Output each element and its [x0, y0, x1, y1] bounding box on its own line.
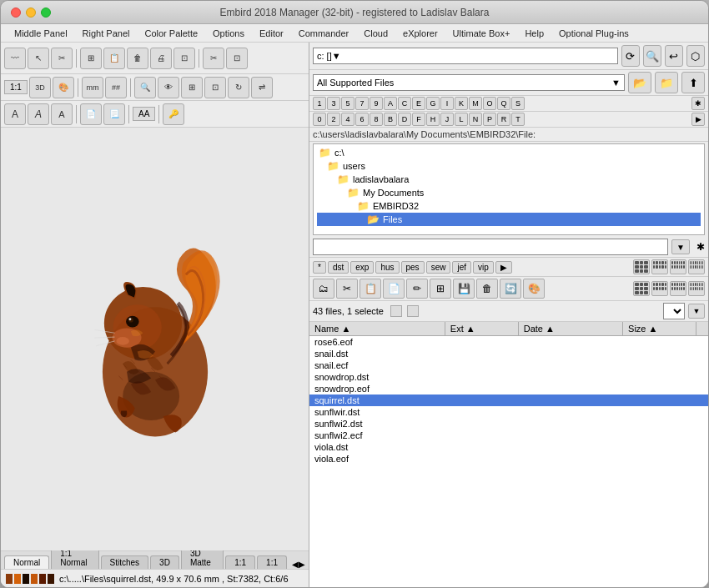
menu-help[interactable]: Help — [518, 27, 551, 40]
act-paste[interactable]: 📄 — [383, 279, 405, 299]
folder-mydocs[interactable]: 📁My Documents — [317, 186, 701, 199]
tab-1-1[interactable]: 1:1 — [225, 555, 255, 569]
close-button[interactable] — [11, 8, 21, 18]
right-grid-4[interactable] — [688, 281, 705, 296]
move-btn[interactable]: ⊡ — [226, 48, 248, 69]
col-header-size[interactable]: Size ▲ — [623, 322, 696, 335]
next-arrow[interactable]: ▶ — [299, 560, 305, 569]
alpha-T[interactable]: T — [511, 113, 525, 126]
alpha-N[interactable]: N — [469, 113, 482, 126]
search-input[interactable] — [313, 239, 668, 255]
alpha-star[interactable]: ✱ — [691, 97, 705, 110]
export-btn[interactable]: ⊡ — [173, 48, 195, 69]
file-row-squirrel[interactable]: squirrel.dst — [309, 395, 708, 406]
act-folder[interactable]: 🗂 — [313, 279, 334, 299]
alpha-E[interactable]: E — [412, 97, 425, 110]
text2-btn[interactable]: A — [28, 103, 49, 125]
folder-files[interactable]: 📂Files — [317, 213, 701, 226]
zoom-btn[interactable]: 🔍 — [134, 77, 156, 98]
file-row-snail-dst[interactable]: snail.dst — [309, 348, 708, 359]
folder-tree[interactable]: 📁c:\ 📁users 📁ladislavbalara 📁My Document… — [313, 143, 705, 235]
paste-btn[interactable]: 📋 — [103, 48, 125, 69]
filter-dropdown[interactable]: All Supported Files ▼ — [313, 74, 625, 91]
alpha-I[interactable]: I — [440, 97, 454, 110]
zoom-in-btn[interactable]: 🔍 — [643, 45, 661, 67]
doc-btn[interactable]: 📄 — [80, 103, 102, 125]
doc2-btn[interactable]: 📃 — [103, 103, 125, 125]
maximize-button[interactable] — [41, 8, 51, 18]
file-list[interactable]: rose6.eof snail.dst snail.ecf snowdrop.d… — [309, 336, 708, 587]
menu-explorer[interactable]: eXplorer — [396, 27, 445, 40]
file-row-snowdrop-dst[interactable]: snowdrop.dst — [309, 371, 708, 383]
search-btn[interactable]: ▼ — [671, 239, 690, 254]
alpha-9[interactable]: 9 — [370, 97, 383, 110]
folder-up-btn[interactable]: ⬆ — [681, 72, 705, 93]
folder-users[interactable]: 📁users — [317, 159, 701, 173]
alpha-J[interactable]: J — [440, 113, 454, 126]
tab-normal[interactable]: Normal — [4, 555, 49, 569]
alpha-C[interactable]: C — [398, 97, 411, 110]
ft-jef[interactable]: jef — [452, 261, 471, 274]
act-convert[interactable]: 🔄 — [500, 279, 521, 299]
rotate-btn[interactable]: ↻ — [228, 77, 249, 98]
address-bar[interactable]: c: [] ▼ — [313, 48, 618, 64]
alpha-1[interactable]: 1 — [313, 97, 326, 110]
3d-btn[interactable]: 3D — [29, 77, 51, 98]
act-color[interactable]: 🎨 — [523, 279, 545, 299]
alpha-K[interactable]: K — [455, 97, 468, 110]
ft-exp[interactable]: exp — [350, 261, 374, 274]
menu-plugins[interactable]: Optional Plug-ins — [552, 27, 636, 40]
cut-btn[interactable]: ✂ — [203, 48, 224, 69]
alpha-6[interactable]: 6 — [355, 113, 369, 126]
alpha-S[interactable]: S — [511, 97, 525, 110]
alpha-H[interactable]: H — [426, 113, 440, 126]
ft-sew[interactable]: sew — [426, 261, 451, 274]
scale-1-1-btn[interactable]: 1:1 — [4, 80, 28, 94]
grid-view-1[interactable] — [633, 259, 650, 274]
alpha-G[interactable]: G — [426, 97, 440, 110]
checkbox1[interactable] — [390, 305, 402, 317]
grid-view-4[interactable] — [688, 259, 705, 274]
menu-middle-panel[interactable]: Middle Panel — [8, 27, 74, 40]
alpha-L[interactable]: L — [455, 113, 468, 126]
mm-btn[interactable]: mm — [82, 77, 103, 98]
print-btn[interactable]: 🖨 — [150, 48, 172, 69]
alpha-8[interactable]: 8 — [370, 113, 383, 126]
ft-pes[interactable]: pes — [401, 261, 425, 274]
sort-select[interactable] — [663, 303, 685, 319]
ft-star[interactable]: * — [313, 261, 326, 274]
tab-1-1b[interactable]: 1:1 — [257, 555, 287, 569]
alpha-P[interactable]: P — [483, 113, 496, 126]
color-btn[interactable]: 🎨 — [53, 77, 74, 98]
col-header-ext[interactable]: Ext ▲ — [445, 322, 519, 335]
move2-btn[interactable]: ⊡ — [204, 77, 226, 98]
grid-btn[interactable]: ⊞ — [181, 77, 203, 98]
prev-btn[interactable]: ↩ — [665, 45, 683, 67]
alpha-4[interactable]: 4 — [341, 113, 354, 126]
alpha-arrow-r[interactable]: ▶ — [691, 113, 705, 126]
ft-vip[interactable]: vip — [473, 261, 494, 274]
alpha-R[interactable]: R — [497, 113, 510, 126]
menu-ultimate[interactable]: Ultimate Box+ — [446, 27, 517, 40]
folder-new-btn[interactable]: 📁 — [655, 72, 678, 93]
file-row-sunflwi2-ecf[interactable]: sunflwi2.ecf — [309, 430, 708, 441]
act-cut[interactable]: ✂ — [336, 279, 358, 299]
ft-more[interactable]: ▶ — [495, 261, 512, 274]
flip-btn[interactable]: ⇌ — [251, 77, 273, 98]
alpha-7[interactable]: 7 — [355, 97, 369, 110]
checkbox2[interactable] — [407, 305, 419, 317]
right-grid-2[interactable] — [651, 281, 668, 296]
text3-btn[interactable]: A — [51, 103, 73, 125]
alpha-M[interactable]: M — [469, 97, 482, 110]
alpha-0[interactable]: 0 — [313, 113, 326, 126]
font-aa-btn[interactable]: AA — [133, 107, 155, 121]
eye-btn[interactable]: 👁 — [158, 77, 179, 98]
alpha-F[interactable]: F — [412, 113, 425, 126]
right-grid-3[interactable] — [670, 281, 686, 296]
folder-ladislav[interactable]: 📁ladislavbalara — [317, 173, 701, 186]
minimize-button[interactable] — [26, 8, 36, 18]
file-row-viola-dst[interactable]: viola.dst — [309, 441, 708, 453]
menu-cloud[interactable]: Cloud — [357, 27, 395, 40]
prev-arrow[interactable]: ◀ — [292, 560, 299, 569]
alpha-B[interactable]: B — [384, 113, 397, 126]
